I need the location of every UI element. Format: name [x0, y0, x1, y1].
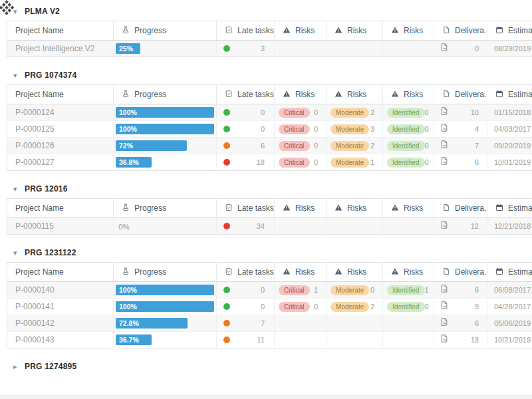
project-table: Project NameProgressLate tasksRisksRisks… — [7, 21, 532, 57]
project-row[interactable]: P-0000124100%0Critical0Moderate2Identifi… — [7, 104, 532, 121]
project-row[interactable]: P-000014272.8%7605/06/2019 — [7, 315, 532, 332]
column-header-project-name[interactable]: Project Name — [7, 199, 114, 218]
column-header-label: Progress — [134, 90, 166, 99]
project-row[interactable]: P-0000140100%0Critical1Moderate0Identifi… — [7, 282, 532, 299]
clipboard-check-icon — [225, 26, 233, 36]
group-header[interactable]: ▾PRG 1074374 — [13, 70, 76, 80]
caret-down-icon[interactable]: ▾ — [13, 186, 20, 193]
estimated-date-cell: 10/21/2019 — [487, 332, 532, 348]
column-header-label: Risks — [347, 90, 366, 99]
column-header-progress[interactable]: Progress — [114, 263, 217, 282]
project-row[interactable]: Project Intelligence V225%3008/29/2019 — [7, 41, 532, 57]
project-row[interactable]: P-000012672%6Critical0Moderate2Identifie… — [7, 138, 532, 154]
column-header-estimated[interactable]: Estimated — [487, 199, 532, 218]
column-header-label: Risks — [404, 267, 423, 277]
column-header-estimated[interactable]: Estimated — [487, 85, 532, 104]
project-name: P-0000125 — [15, 124, 55, 134]
risk-count: 0 — [314, 108, 318, 116]
progress-cell: 72% — [114, 138, 217, 154]
column-header-risks[interactable]: Risks — [327, 85, 383, 104]
project-name-cell[interactable]: P-0000140 — [7, 282, 114, 299]
column-header-risks[interactable]: Risks — [275, 21, 327, 41]
project-row[interactable]: P-0000125100%0Critical0Moderate3Identifi… — [7, 121, 532, 138]
warning-icon — [391, 90, 399, 100]
column-header-risks[interactable]: Risks — [383, 199, 434, 218]
column-header-project-name[interactable]: Project Name — [7, 263, 114, 282]
column-header-label: Progress — [134, 267, 166, 277]
project-name-cell[interactable]: P-0000126 — [7, 138, 114, 154]
column-header-risks[interactable]: Risks — [383, 21, 434, 41]
project-row[interactable]: P-000012736.8%18Critical0Moderate1Identi… — [7, 154, 532, 171]
project-name-cell[interactable]: Project Intelligence V2 — [7, 41, 114, 57]
column-header-late-tasks[interactable]: Late tasks — [217, 85, 275, 104]
group-header[interactable]: ▾PRG 12016 — [13, 184, 68, 194]
project-row[interactable]: P-000014336.7%111310/21/2019 — [7, 332, 532, 348]
column-header-project-name[interactable]: Project Name — [7, 85, 114, 104]
late-tasks-cell: 7 — [217, 315, 275, 332]
project-table: Project NameProgressLate tasksRisksRisks… — [7, 262, 532, 348]
project-name-cell[interactable]: P-0000115 — [7, 218, 114, 235]
late-tasks-count: 0 — [261, 286, 265, 294]
caret-down-icon[interactable]: ▾ — [13, 249, 20, 257]
caret-right-icon[interactable]: ▸ — [13, 363, 20, 370]
column-header-risks[interactable]: Risks — [327, 199, 383, 218]
group-header[interactable]: ▾PLMA V2 — [13, 7, 60, 16]
column-header-risks[interactable]: Risks — [327, 21, 383, 41]
column-header-risks[interactable]: Risks — [275, 199, 327, 218]
column-header-delivera[interactable]: Delivera... — [434, 85, 487, 104]
column-header-late-tasks[interactable]: Late tasks — [217, 21, 275, 41]
project-name-cell[interactable]: P-0000125 — [7, 121, 114, 138]
project-row[interactable]: P-0000141100%0Critical0Moderate2Identifi… — [7, 299, 532, 315]
risk-cell: Identified0 — [383, 104, 434, 121]
deliverable-file-icon — [440, 140, 449, 152]
column-header-late-tasks[interactable]: Late tasks — [217, 263, 275, 282]
late-tasks-cell: 18 — [217, 154, 275, 171]
risk-cell — [383, 315, 434, 332]
project-name-cell[interactable]: P-0000127 — [7, 154, 114, 171]
flask-icon — [122, 90, 130, 100]
project-name: P-0000124 — [15, 108, 55, 117]
risk-count: 0 — [425, 303, 429, 311]
column-header-risks[interactable]: Risks — [275, 85, 327, 104]
column-header-risks[interactable]: Risks — [383, 85, 434, 104]
column-header-progress[interactable]: Progress — [114, 199, 217, 218]
column-header-late-tasks[interactable]: Late tasks — [217, 199, 275, 218]
risk-cell: Critical1 — [275, 282, 327, 299]
late-tasks-cell: 0 — [217, 121, 275, 138]
progress-value: 100% — [116, 124, 214, 134]
project-group: ▾PRG 1231122Project NameProgressLate tas… — [7, 248, 532, 348]
project-name-cell[interactable]: P-0000124 — [7, 104, 114, 121]
column-header-progress[interactable]: Progress — [114, 85, 217, 104]
column-header-risks[interactable]: Risks — [275, 263, 327, 282]
estimated-date: 05/06/2019 — [494, 319, 531, 327]
risk-count: 0 — [425, 158, 429, 166]
risk-count: 0 — [425, 108, 429, 116]
column-header-progress[interactable]: Progress — [114, 21, 217, 41]
caret-down-icon[interactable]: ▾ — [13, 72, 20, 79]
group-header[interactable]: ▸PRG 1274895 — [13, 362, 76, 371]
estimated-date: 04/28/2017 — [494, 303, 531, 311]
risk-count: 0 — [370, 286, 374, 294]
column-header-label: Risks — [295, 26, 315, 35]
drag-handle-icon[interactable] — [0, 0, 17, 17]
risk-cell: Moderate1 — [327, 154, 383, 171]
deliverables-cell: 6 — [434, 282, 487, 299]
project-name-cell[interactable]: P-0000142 — [7, 315, 114, 332]
group-header[interactable]: ▾PRG 1231122 — [13, 248, 76, 257]
column-header-estimated[interactable]: Estimated — [487, 21, 532, 41]
column-header-estimated[interactable]: Estimated — [487, 263, 532, 282]
project-name-cell[interactable]: P-0000141 — [7, 299, 114, 315]
project-row[interactable]: P-00001150%341212/21/2018 — [7, 218, 532, 235]
column-header-delivera[interactable]: Delivera... — [434, 199, 487, 218]
column-header-risks[interactable]: Risks — [327, 263, 383, 282]
status-dot-green — [223, 126, 230, 132]
column-header-delivera[interactable]: Delivera... — [434, 21, 487, 41]
column-header-project-name[interactable]: Project Name — [7, 21, 114, 41]
project-name: P-0000143 — [15, 335, 55, 344]
project-name-cell[interactable]: P-0000143 — [7, 332, 114, 348]
deliverable-file-icon — [440, 106, 449, 118]
column-header-risks[interactable]: Risks — [383, 263, 434, 282]
progress-value: 36.8% — [116, 157, 152, 168]
risk-count: 2 — [370, 142, 374, 150]
column-header-delivera[interactable]: Delivera... — [434, 263, 487, 282]
